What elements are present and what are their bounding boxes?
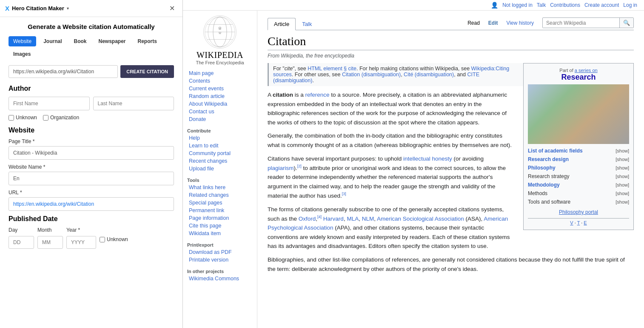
action-edit[interactable]: Edit <box>485 18 502 28</box>
harvard-link[interactable]: Harvard <box>323 216 344 222</box>
wiki-nav-tools: Tools What links here Related changes Sp… <box>187 176 253 237</box>
mla-link[interactable]: MLA <box>347 216 359 222</box>
url-field-input[interactable] <box>9 197 174 211</box>
close-button[interactable]: ✕ <box>167 3 177 13</box>
infobox-action-methods[interactable]: [show] <box>616 191 629 196</box>
infobox-portal-link[interactable]: Philosophy portal <box>559 209 598 215</box>
tab-journal[interactable]: Journal <box>39 36 66 46</box>
sidebar-item-contents[interactable]: Contents <box>187 77 253 85</box>
infobox-action-methodology[interactable]: [show] <box>616 182 629 187</box>
sidebar-item-wikimedia[interactable]: Wikimedia Commons <box>187 275 253 282</box>
user-icon: 👤 <box>491 2 498 9</box>
sidebar-item-wikidata[interactable]: Wikidata item <box>187 230 253 237</box>
tab-book[interactable]: Book <box>69 36 91 46</box>
plagiarism-link[interactable]: plagiarism <box>268 165 294 171</box>
infobox-action-tools[interactable]: [show] <box>616 199 629 204</box>
year-input[interactable] <box>66 236 96 249</box>
sidebar-item-upload-file[interactable]: Upload file <box>187 165 253 173</box>
sidebar-item-main-page[interactable]: Main page <box>187 69 253 77</box>
sidebar-item-about[interactable]: About Wikipedia <box>187 100 253 108</box>
sidebar-item-download-pdf[interactable]: Download as PDF <box>187 248 253 256</box>
reference-link[interactable]: reference <box>305 92 330 98</box>
day-input[interactable] <box>9 236 34 249</box>
page-title-input[interactable] <box>9 146 174 160</box>
infobox-action-academic[interactable]: [show] <box>616 148 629 153</box>
unknown-checkbox[interactable] <box>9 115 14 121</box>
wiki-search-input[interactable] <box>543 18 619 28</box>
sidebar-item-cite-page[interactable]: Cite this page <box>187 222 253 230</box>
asa-link[interactable]: American Sociological Association <box>377 216 464 222</box>
tab-article[interactable]: Article <box>268 18 296 30</box>
infobox-action-strategy[interactable]: [show] <box>616 174 629 179</box>
notice-link-cite-disambig[interactable]: Cité (disambiguation) <box>404 72 454 78</box>
not-logged-in-link[interactable]: Not logged in <box>502 2 533 8</box>
month-input[interactable] <box>37 236 63 249</box>
infobox-row-tools: Tools and software [show] <box>528 198 629 206</box>
tab-reports[interactable]: Reports <box>133 36 162 46</box>
infobox-footer-t[interactable]: T <box>577 220 580 225</box>
organization-checkbox-label[interactable]: Organization <box>43 115 79 121</box>
infobox-label-design[interactable]: Research design <box>528 156 569 162</box>
app-logo: X <box>5 5 9 12</box>
unknown-date-checkbox[interactable] <box>100 237 105 242</box>
sidebar-item-related-changes[interactable]: Related changes <box>187 191 253 199</box>
tab-website[interactable]: Website <box>9 36 36 46</box>
tab-talk[interactable]: Talk <box>296 18 318 30</box>
notice-link-disambig[interactable]: Citation (disambiguation) <box>342 72 401 78</box>
sidebar-item-random-article[interactable]: Random article <box>187 92 253 100</box>
nlm-link[interactable]: NLM <box>362 216 374 222</box>
first-name-input[interactable] <box>9 97 90 110</box>
sidebar-item-recent-changes[interactable]: Recent changes <box>187 157 253 165</box>
unknown-date-label[interactable]: Unknown <box>100 236 128 242</box>
sidebar-item-learn-to-edit[interactable]: Learn to edit <box>187 142 253 150</box>
infobox-label-methodology[interactable]: Methodology <box>528 182 560 188</box>
action-view-history[interactable]: View history <box>503 18 537 28</box>
sidebar-item-special-pages[interactable]: Special pages <box>187 199 253 207</box>
wiki-search-button[interactable]: 🔍 <box>619 18 633 28</box>
wiki-tab-actions: Read Edit View history 🔍 <box>464 17 634 30</box>
infobox-action-design[interactable]: [show] <box>616 157 629 162</box>
sidebar-item-permanent-link[interactable]: Permanent link <box>187 207 253 214</box>
published-date-title: Published Date <box>9 215 174 223</box>
create-citation-button[interactable]: CREATE CITATION <box>120 65 174 78</box>
url-input[interactable] <box>9 65 118 78</box>
create-account-link[interactable]: Create account <box>584 2 619 8</box>
infobox-footer-e[interactable]: E <box>584 220 587 225</box>
tab-bar: Website Journal Book Newspaper Reports I… <box>9 36 174 59</box>
infobox-label-philosophy[interactable]: Philosophy <box>528 165 556 171</box>
sidebar-item-contact[interactable]: Contact us <box>187 108 253 115</box>
oxford-link[interactable]: Oxford <box>299 216 316 222</box>
infobox-footer-v[interactable]: V <box>570 220 573 225</box>
article-from: From Wikipedia, the free encyclopedia <box>268 53 634 59</box>
sidebar-item-help[interactable]: Help <box>187 134 253 142</box>
sidebar-item-community-portal[interactable]: Community portal <box>187 150 253 157</box>
intellectual-honesty-link[interactable]: intellectual honesty <box>403 155 452 162</box>
infobox-label-academic[interactable]: List of academic fields <box>528 148 583 154</box>
tab-images[interactable]: Images <box>9 49 35 59</box>
infobox-action-philosophy[interactable]: [show] <box>616 165 629 170</box>
last-name-input[interactable] <box>93 97 174 110</box>
talk-link[interactable]: Talk <box>537 2 546 8</box>
contributions-link[interactable]: Contributions <box>550 2 580 8</box>
website-section-title: Website <box>9 127 174 134</box>
sidebar-item-what-links-here[interactable]: What links here <box>187 184 253 191</box>
author-section-title: Author <box>9 85 174 92</box>
infobox-row-strategy: Research strategy [show] <box>528 172 629 181</box>
website-name-input[interactable] <box>9 172 174 185</box>
log-in-link[interactable]: Log in <box>623 2 637 8</box>
action-read[interactable]: Read <box>464 18 483 28</box>
sidebar-item-page-information[interactable]: Page information <box>187 214 253 222</box>
sidebar-item-printable[interactable]: Printable version <box>187 256 253 264</box>
notice-link-html[interactable]: HTML element § cite <box>308 66 356 72</box>
infobox-row-methodology: Methodology [show] <box>528 181 629 189</box>
unknown-checkbox-label[interactable]: Unknown <box>9 115 37 121</box>
sidebar-item-current-events[interactable]: Current events <box>187 85 253 92</box>
paragraph-5: Bibliographies, and other list-like comp… <box>268 255 634 273</box>
sidebar-item-donate[interactable]: Donate <box>187 115 253 123</box>
month-label: Month <box>37 227 63 233</box>
tab-newspaper[interactable]: Newspaper <box>94 36 130 46</box>
chevron-down-icon[interactable]: ▾ <box>67 6 69 11</box>
infobox-series-link[interactable]: a series on <box>575 68 598 73</box>
organization-checkbox[interactable] <box>43 115 48 121</box>
print-title: Print/export <box>187 241 253 248</box>
